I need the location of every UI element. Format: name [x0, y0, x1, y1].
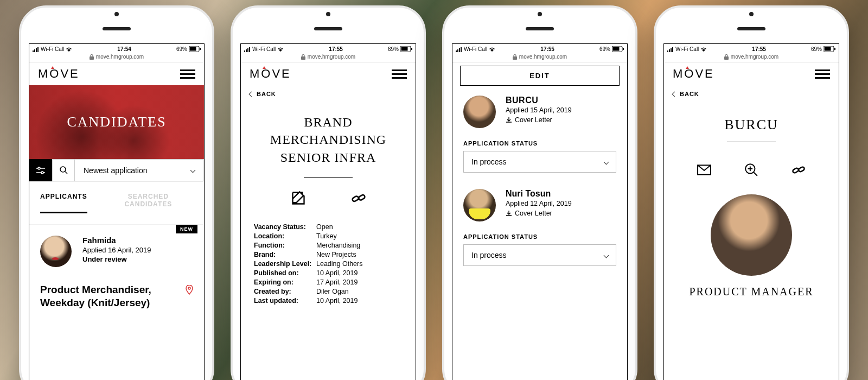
svg-rect-18 [623, 48, 624, 50]
phone-2: Wi-Fi Call 17:55 69% move.hmgroup.com MO… [231, 5, 426, 380]
svg-line-27 [754, 172, 757, 176]
svg-rect-2 [189, 47, 196, 51]
sliders-icon [36, 167, 45, 174]
chevron-left-icon [672, 91, 678, 97]
mail-icon [697, 163, 711, 177]
download-icon [506, 210, 512, 217]
svg-point-5 [38, 167, 40, 169]
battery-icon [189, 46, 201, 52]
edit-button[interactable] [291, 191, 306, 208]
candidate-card[interactable]: NEW Fahmida Applied 16 April, 2019 Under… [29, 224, 204, 320]
svg-rect-24 [724, 56, 729, 60]
status-bar: Wi-Fi Call 17:54 69% [29, 44, 204, 53]
battery-pct: 69% [176, 46, 187, 52]
screen-candidates: Wi-Fi Call 17:54 69% move.hmgroup.com MO… [29, 43, 205, 380]
message-button[interactable] [697, 163, 711, 179]
cover-letter-link[interactable]: Cover Letter [506, 210, 572, 217]
svg-rect-31 [798, 166, 805, 172]
hero-banner: CANDIDATES [29, 85, 204, 159]
status-dropdown[interactable]: In process [463, 151, 616, 173]
logo[interactable]: MOVE [673, 67, 714, 81]
divider [304, 177, 353, 178]
svg-rect-14 [301, 56, 305, 60]
edit-button[interactable]: EDIT [460, 66, 620, 86]
tabs: APPLICANTS SEARCHED CANDIDATES [29, 182, 204, 213]
svg-rect-13 [401, 47, 407, 51]
menu-icon[interactable] [180, 67, 195, 81]
profile-avatar [711, 194, 792, 276]
clock: 17:55 [329, 46, 343, 52]
svg-rect-23 [824, 47, 831, 51]
role-title: PRODUCT MANAGER [664, 286, 839, 298]
status-dropdown[interactable]: In process [463, 244, 616, 266]
phone-4: Wi-Fi Call 17:55 69% move.hmgroup.com MO… [654, 5, 849, 380]
svg-rect-22 [834, 48, 835, 50]
status-bar: Wi-Fi Call 17:55 69% [452, 44, 627, 53]
screen-profile: Wi-Fi Call 17:55 69% move.hmgroup.com MO… [663, 43, 839, 380]
clock: 17:55 [540, 46, 554, 52]
tab-applicants[interactable]: APPLICANTS [40, 193, 87, 213]
back-button[interactable]: BACK [664, 85, 839, 103]
job-title: Product Merchandiser, Weekday (Knit/Jers… [40, 283, 181, 309]
phone-3: Wi-Fi Call 17:55 69% move.hmgroup.com ED… [442, 5, 637, 380]
logo[interactable]: MOVE [250, 67, 291, 81]
filter-button[interactable] [29, 159, 52, 181]
back-button[interactable]: BACK [241, 85, 416, 103]
chevron-down-icon [604, 159, 609, 164]
menu-icon[interactable] [815, 67, 830, 81]
applied-date: Applied 16 April, 2019 [82, 246, 151, 254]
applied-date: Applied 12 April, 2019 [506, 200, 572, 207]
link-icon [351, 191, 366, 206]
logo[interactable]: MOVE [38, 67, 80, 81]
applied-date: Applied 15 April, 2019 [506, 106, 572, 114]
svg-rect-1 [200, 48, 201, 50]
carrier-label: Wi-Fi Call [41, 46, 64, 52]
candidate-status: Under review [82, 255, 151, 263]
sort-dropdown[interactable]: Newest application [75, 159, 204, 181]
screen-applicants-list: Wi-Fi Call 17:55 69% move.hmgroup.com ED… [452, 43, 628, 380]
page-title: CANDIDATES [67, 114, 166, 130]
svg-rect-20 [513, 56, 517, 60]
download-icon [506, 117, 512, 123]
svg-rect-16 [358, 194, 366, 201]
svg-rect-15 [352, 195, 359, 202]
edit-icon [291, 191, 306, 206]
applicant-row[interactable]: Nuri Tosun Applied 12 April, 2019 Cover … [452, 189, 627, 228]
svg-rect-30 [793, 168, 800, 174]
url-bar: move.hmgroup.com [29, 53, 204, 62]
avatar [463, 189, 496, 221]
menu-icon[interactable] [392, 67, 407, 81]
link-button[interactable] [792, 163, 806, 179]
svg-rect-12 [411, 48, 412, 50]
applicant-name: BURCU [506, 96, 572, 105]
search-button[interactable] [52, 159, 75, 181]
filter-toolbar: Newest application [29, 159, 204, 182]
applicant-row[interactable]: BURCU Applied 15 April, 2019 Cover Lette… [452, 96, 627, 135]
app-header: MOVE [29, 62, 204, 85]
avatar [40, 236, 72, 267]
tab-searched-candidates[interactable]: SEARCHED CANDIDATES [104, 193, 193, 213]
location-pin-icon [186, 285, 193, 296]
svg-point-10 [188, 287, 190, 289]
status-bar: Wi-Fi Call 17:55 69% [664, 44, 839, 53]
cover-letter-link[interactable]: Cover Letter [506, 116, 572, 124]
magnify-plus-icon [744, 163, 758, 177]
candidate-name: Fahmida [82, 236, 151, 245]
divider [727, 142, 776, 142]
chevron-down-icon [190, 168, 196, 173]
status-label: APPLICATION STATUS [452, 135, 627, 151]
zoom-button[interactable] [744, 163, 758, 179]
share-button[interactable] [351, 191, 366, 208]
link-icon [792, 163, 806, 177]
svg-point-7 [41, 172, 43, 174]
new-badge: NEW [176, 225, 197, 233]
search-icon [60, 166, 68, 174]
status-label: APPLICATION STATUS [452, 228, 627, 244]
screen-vacancy-detail: Wi-Fi Call 17:55 69% move.hmgroup.com MO… [240, 43, 416, 380]
phone-1: Wi-Fi Call 17:54 69% move.hmgroup.com MO… [19, 5, 214, 380]
chevron-left-icon [249, 91, 254, 97]
clock: 17:55 [752, 46, 766, 52]
vacancy-title: BRAND MERCHANDISING SENIOR INFRA [241, 103, 416, 174]
vacancy-details: Vacancy Status:Open Location:Turkey Func… [241, 222, 416, 305]
svg-point-8 [60, 167, 66, 172]
